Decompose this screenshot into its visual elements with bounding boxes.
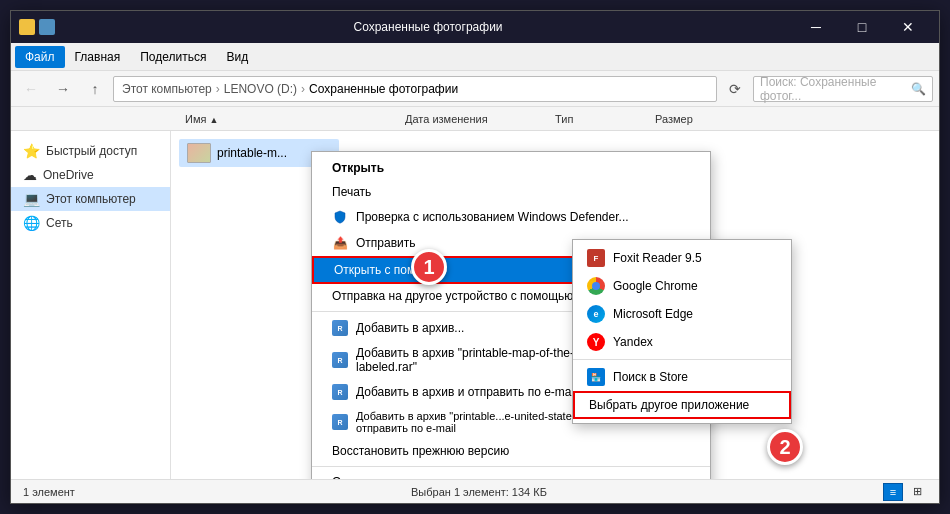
sidebar: ⭐ Быстрый доступ ☁ OneDrive 💻 Этот компь… <box>11 131 171 479</box>
sidebar-item-thispc[interactable]: 💻 Этот компьютер <box>11 187 170 211</box>
ctx-defender[interactable]: Проверка с использованием Windows Defend… <box>312 204 710 230</box>
doc-icon <box>39 19 55 35</box>
chrome-icon <box>587 277 605 295</box>
folder-icon <box>19 19 35 35</box>
submenu-chrome-label: Google Chrome <box>613 279 698 293</box>
winrar-icon-1: R <box>332 320 348 336</box>
submenu-foxit-label: Foxit Reader 9.5 <box>613 251 702 265</box>
close-button[interactable]: ✕ <box>885 11 931 43</box>
winrar-icon-2: R <box>332 352 348 368</box>
sub-sep <box>573 359 791 360</box>
menu-item-share[interactable]: Поделиться <box>130 46 216 68</box>
sidebar-label-thispc: Этот компьютер <box>46 192 136 206</box>
minimize-button[interactable]: ─ <box>793 11 839 43</box>
address-part-1: Этот компьютер <box>122 82 212 96</box>
ctx-restore-label: Восстановить прежнюю версию <box>332 444 509 458</box>
bubble-1: 1 <box>411 249 447 285</box>
sep1: › <box>216 82 220 96</box>
ctx-print[interactable]: Печать <box>312 180 710 204</box>
back-button[interactable]: ← <box>17 76 45 102</box>
submenu-yandex-label: Yandex <box>613 335 653 349</box>
view-controls: ≡ ⊞ <box>883 483 927 501</box>
forward-button[interactable]: → <box>49 76 77 102</box>
ctx-send1-label: Отправить <box>356 236 416 250</box>
address-part-3: Сохраненные фотографии <box>309 82 458 96</box>
submenu: F Foxit Reader 9.5 Google Chrome e Micro… <box>572 239 792 424</box>
edge-icon: e <box>587 305 605 323</box>
ctx-send2[interactable]: Отправить <box>312 470 710 479</box>
store-icon: 🏪 <box>587 368 605 386</box>
submenu-edge[interactable]: e Microsoft Edge <box>573 300 791 328</box>
window-title: Сохраненные фотографии <box>63 20 793 34</box>
ctx-print-label: Печать <box>332 185 371 199</box>
sep2 <box>312 466 710 467</box>
status-count: 1 элемент <box>23 486 75 498</box>
menu-item-view[interactable]: Вид <box>216 46 258 68</box>
menu-item-file[interactable]: Файл <box>15 46 65 68</box>
title-bar: Сохраненные фотографии ─ □ ✕ <box>11 11 939 43</box>
sep2: › <box>301 82 305 96</box>
col-date[interactable]: Дата изменения <box>397 113 547 125</box>
up-button[interactable]: ↑ <box>81 76 109 102</box>
submenu-chrome[interactable]: Google Chrome <box>573 272 791 300</box>
menu-item-home[interactable]: Главная <box>65 46 131 68</box>
foxit-icon: F <box>587 249 605 267</box>
file-thumbnail <box>187 143 211 163</box>
search-icon: 🔍 <box>911 82 926 96</box>
ctx-restore[interactable]: Восстановить прежнюю версию <box>312 439 710 463</box>
maximize-button[interactable]: □ <box>839 11 885 43</box>
menu-bar: Файл Главная Поделиться Вид <box>11 43 939 71</box>
star-icon: ⭐ <box>23 143 40 159</box>
col-name[interactable]: Имя ▲ <box>177 113 397 125</box>
address-bar[interactable]: Этот компьютер › LENOVO (D:) › Сохраненн… <box>113 76 717 102</box>
winrar-icon-4: R <box>332 414 348 430</box>
search-box[interactable]: Поиск: Сохраненные фотог... 🔍 <box>753 76 933 102</box>
cloud-icon: ☁ <box>23 167 37 183</box>
ctx-add-email1-label: Добавить в архив и отправить по e-mail..… <box>356 385 587 399</box>
send-icon: 📤 <box>332 235 348 251</box>
file-name: printable-m... <box>217 146 287 160</box>
submenu-store[interactable]: 🏪 Поиск в Store <box>573 363 791 391</box>
ctx-send2-label: Отправить <box>332 475 392 479</box>
sidebar-item-onedrive[interactable]: ☁ OneDrive <box>11 163 170 187</box>
defender-icon <box>332 209 348 225</box>
submenu-yandex[interactable]: Y Yandex <box>573 328 791 356</box>
submenu-other-label: Выбрать другое приложение <box>589 398 749 412</box>
col-type[interactable]: Тип <box>547 113 647 125</box>
submenu-edge-label: Microsoft Edge <box>613 307 693 321</box>
submenu-other[interactable]: Выбрать другое приложение <box>573 391 791 419</box>
window-controls: ─ □ ✕ <box>793 11 931 43</box>
view-details-button[interactable]: ≡ <box>883 483 903 501</box>
file-area: printable-m... Открыть Печать Проверка с… <box>171 131 939 479</box>
ctx-add-archive1-label: Добавить в архив... <box>356 321 464 335</box>
yandex-icon: Y <box>587 333 605 351</box>
sidebar-item-quickaccess[interactable]: ⭐ Быстрый доступ <box>11 139 170 163</box>
column-headers: Имя ▲ Дата изменения Тип Размер <box>11 107 939 131</box>
explorer-window: Сохраненные фотографии ─ □ ✕ Файл Главна… <box>10 10 940 504</box>
submenu-store-label: Поиск в Store <box>613 370 688 384</box>
refresh-button[interactable]: ⟳ <box>721 76 749 102</box>
winrar-icon-3: R <box>332 384 348 400</box>
ctx-open-label: Открыть <box>332 161 384 175</box>
sidebar-label-network: Сеть <box>46 216 73 230</box>
col-size[interactable]: Размер <box>647 113 747 125</box>
toolbar: ← → ↑ Этот компьютер › LENOVO (D:) › Сох… <box>11 71 939 107</box>
address-part-2: LENOVO (D:) <box>224 82 297 96</box>
view-tiles-button[interactable]: ⊞ <box>907 483 927 501</box>
sidebar-label-quickaccess: Быстрый доступ <box>46 144 137 158</box>
main-content: ⭐ Быстрый доступ ☁ OneDrive 💻 Этот компь… <box>11 131 939 479</box>
title-icons <box>19 19 55 35</box>
sidebar-item-network[interactable]: 🌐 Сеть <box>11 211 170 235</box>
bubble-2: 2 <box>767 429 803 465</box>
search-placeholder: Поиск: Сохраненные фотог... <box>760 75 911 103</box>
computer-icon: 💻 <box>23 191 40 207</box>
status-selected: Выбран 1 элемент: 134 КБ <box>411 486 547 498</box>
submenu-foxit[interactable]: F Foxit Reader 9.5 <box>573 244 791 272</box>
ctx-defender-label: Проверка с использованием Windows Defend… <box>356 210 629 224</box>
network-icon: 🌐 <box>23 215 40 231</box>
status-bar: 1 элемент Выбран 1 элемент: 134 КБ ≡ ⊞ <box>11 479 939 503</box>
sidebar-label-onedrive: OneDrive <box>43 168 94 182</box>
ctx-open[interactable]: Открыть <box>312 156 710 180</box>
